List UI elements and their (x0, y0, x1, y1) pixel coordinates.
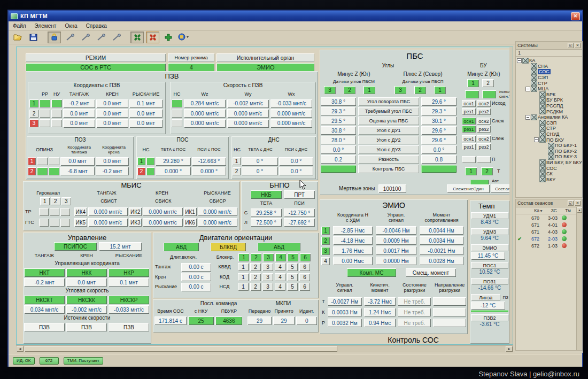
nkk-button[interactable]: НКК (66, 268, 107, 277)
col-ka[interactable]: Ка (523, 208, 539, 213)
source-pzv-button[interactable]: ПЗВ (66, 323, 107, 331)
thruster-box[interactable]: 2 (250, 263, 261, 271)
session-row[interactable]: ✔ 671 4-01 (516, 221, 582, 228)
mimic-horizontal-scrollbar[interactable]: ◄ ► (16, 345, 513, 352)
menu-file[interactable]: Файл (13, 23, 26, 29)
menu-element[interactable]: Элемент (35, 23, 57, 29)
session-row[interactable]: ✔ 672 2-03 (516, 235, 582, 242)
smesh-moment-button[interactable]: Смещ. момент (406, 268, 456, 277)
tree-item[interactable]: РССПД (516, 103, 582, 109)
slezhenie-odin-button[interactable]: СлежениеОдин (447, 184, 490, 193)
scroll-left-icon[interactable]: ◄ (17, 346, 24, 352)
thruster-box[interactable]: 5 (287, 283, 298, 291)
rez1-button[interactable]: рез1 (462, 126, 476, 133)
cross-green-icon[interactable] (161, 32, 175, 43)
tree-item[interactable]: СК (516, 171, 582, 177)
tree-item[interactable]: КА (516, 58, 582, 64)
scroll-thumb[interactable] (25, 346, 337, 352)
tree-expander-icon[interactable] (517, 59, 521, 63)
tree-item[interactable]: БКУ (516, 176, 582, 182)
save-icon[interactable] (27, 32, 40, 43)
float-icon[interactable]: ◱ (568, 200, 574, 206)
nkr-button[interactable]: НКР (109, 268, 149, 277)
tree-item[interactable]: ВИ БКУ, БУ БКУ (516, 160, 582, 166)
sessions-scrollbar[interactable]: ▲ (576, 207, 582, 350)
title-bar[interactable]: КП МГТМ ✕ (9, 11, 582, 21)
thruster-box[interactable]: 3 (262, 273, 273, 281)
pinwheel-green-icon[interactable] (130, 32, 144, 43)
pointer-tool-3-icon[interactable] (94, 32, 107, 43)
col-tm[interactable]: Тм (557, 208, 571, 213)
rez2-button[interactable]: рез2 (477, 108, 491, 115)
close-icon[interactable]: ✕ (575, 43, 581, 48)
osn2-button[interactable]: осн2 (477, 135, 491, 142)
giro-channel-box[interactable]: 1 (40, 197, 50, 205)
tree-item[interactable]: Аномалии КА (516, 114, 582, 120)
avd-button[interactable]: АВД (164, 243, 199, 251)
tree-item[interactable]: РСДКМ (516, 109, 582, 114)
tree-expander-icon[interactable] (535, 138, 538, 142)
osn1-button[interactable]: осн1 (462, 118, 476, 125)
open-folder-icon[interactable] (11, 32, 25, 43)
session-row[interactable]: ✔ 672 1-03 (516, 242, 582, 249)
t-select-2[interactable]: 2 (481, 167, 493, 175)
thruster-box[interactable]: 4 (275, 263, 285, 271)
tree-item[interactable]: ПО БКУ-2 (516, 149, 582, 154)
pointer-tool-2-icon[interactable] (79, 32, 92, 43)
scroll-right-icon[interactable]: ► (506, 346, 513, 352)
pointer-tool-4-icon[interactable] (110, 32, 123, 43)
thruster-box[interactable]: 6 (299, 263, 310, 271)
blkvd-button[interactable]: БЛКВД (211, 243, 246, 251)
source-pzv-button[interactable]: ПЗВ (24, 323, 65, 331)
tree-item[interactable]: БУ БРК (516, 97, 582, 103)
thruster-box[interactable]: 2 (250, 283, 261, 291)
tree-item[interactable]: СЭП (516, 120, 582, 126)
tree-item[interactable]: МЦА (516, 86, 582, 92)
thruster-box[interactable]: 5 (287, 273, 298, 281)
thruster-box[interactable]: 4 (275, 273, 285, 281)
tree-item[interactable]: ПО БКУ-1 (516, 143, 582, 149)
thruster-box[interactable]: 6 (299, 273, 310, 281)
thruster-box[interactable]: 4 (275, 283, 285, 291)
psipos-button[interactable]: ПСИПОС (54, 242, 97, 251)
osn2-button[interactable]: осн2 (477, 118, 491, 125)
lock-icon[interactable] (48, 32, 61, 43)
sost-algo-button[interactable]: Сост.алго (491, 184, 510, 193)
komp-ms-button[interactable]: Комп. МС (347, 268, 396, 277)
giro-channel-box[interactable]: 2 (51, 197, 60, 205)
tree-item[interactable]: БРК (516, 92, 582, 98)
col-zs[interactable]: ЗС (543, 208, 557, 213)
menu-windows[interactable]: Окна (65, 23, 77, 29)
tree-expander-icon[interactable] (526, 115, 530, 119)
source-pzv-button[interactable]: ПЗВ (109, 323, 149, 331)
tree-item[interactable]: СОС (516, 69, 582, 75)
thruster-box[interactable]: 1 (238, 263, 249, 271)
session-row[interactable]: ✔ 670 3-03 (516, 214, 582, 221)
nkt-button[interactable]: НКТ (24, 268, 65, 277)
abd-button[interactable]: АБД (258, 243, 300, 251)
tree-item[interactable]: СНУД (516, 132, 582, 137)
pointer-tool-1-icon[interactable] (63, 32, 76, 43)
rez2-button[interactable]: рез2 (477, 126, 491, 133)
rez2-button[interactable]: рез2 (477, 143, 491, 150)
rez1-button[interactable]: рез1 (462, 108, 476, 115)
osn1-button[interactable]: осн1 (462, 135, 476, 142)
bu-select-2[interactable]: 2 (482, 79, 494, 87)
tree-expander-icon[interactable] (526, 87, 530, 91)
nkb-button[interactable]: НКБ (251, 190, 282, 199)
prt-button[interactable]: ПРТ (284, 190, 315, 199)
tree-item[interactable]: СНА (516, 64, 582, 69)
nkskk-button[interactable]: НКСКК (66, 296, 107, 304)
osn1-button[interactable]: осн1 (462, 100, 476, 107)
thruster-box[interactable]: 6 (299, 283, 310, 291)
pinwheel-red-icon[interactable] (146, 32, 159, 43)
nkskt-button[interactable]: НКСКТ (24, 296, 65, 304)
bu-select-1[interactable]: 1 (467, 79, 479, 87)
thruster-box[interactable]: 1 (238, 273, 249, 281)
tree-item[interactable]: СОС (516, 165, 582, 171)
tree-item[interactable]: ПО БКУ-3 (516, 154, 582, 160)
close-button[interactable]: ✕ (571, 12, 580, 20)
close-icon[interactable]: ✕ (575, 200, 581, 206)
tree-item[interactable]: СЭП (516, 75, 582, 81)
nkskr-button[interactable]: НКСКР (109, 296, 149, 304)
